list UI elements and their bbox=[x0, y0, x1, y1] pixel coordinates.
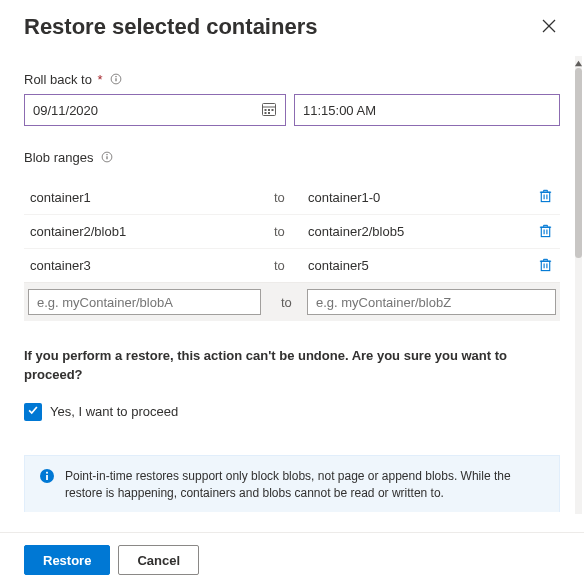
svg-rect-15 bbox=[106, 154, 107, 155]
rollback-time-input[interactable]: 11:15:00 AM bbox=[294, 94, 560, 126]
blob-ranges-list: container1 to container1-0 container2/bl… bbox=[24, 180, 560, 321]
range-to-word: to bbox=[281, 295, 299, 310]
svg-rect-30 bbox=[541, 261, 549, 270]
add-range-target-input[interactable] bbox=[307, 289, 556, 315]
add-range-from-input[interactable] bbox=[28, 289, 261, 315]
svg-rect-12 bbox=[268, 112, 270, 114]
confirm-checkbox[interactable] bbox=[24, 403, 42, 421]
range-target: container2/blob5 bbox=[302, 224, 530, 239]
range-target: container5 bbox=[302, 258, 530, 273]
dialog-title: Restore selected containers bbox=[24, 14, 317, 40]
range-row: container1 to container1-0 bbox=[24, 180, 560, 214]
range-to-word: to bbox=[274, 224, 302, 239]
svg-rect-39 bbox=[46, 472, 48, 474]
info-icon bbox=[39, 468, 55, 503]
info-callout: Point-in-time restores support only bloc… bbox=[24, 455, 560, 512]
svg-rect-9 bbox=[268, 109, 270, 111]
dialog-footer: Restore Cancel bbox=[0, 532, 584, 587]
range-target: container1-0 bbox=[302, 190, 530, 205]
cancel-button[interactable]: Cancel bbox=[118, 545, 199, 575]
trash-icon bbox=[538, 188, 553, 206]
cancel-button-label: Cancel bbox=[137, 553, 180, 568]
svg-rect-8 bbox=[265, 109, 267, 111]
svg-rect-4 bbox=[116, 78, 117, 81]
calendar-icon bbox=[261, 101, 277, 120]
svg-rect-5 bbox=[116, 76, 117, 77]
delete-range-button[interactable] bbox=[530, 223, 560, 241]
restore-button[interactable]: Restore bbox=[24, 545, 110, 575]
range-from: container1 bbox=[24, 190, 274, 205]
delete-range-button[interactable] bbox=[530, 188, 560, 206]
info-icon[interactable] bbox=[101, 151, 113, 166]
trash-icon bbox=[538, 257, 553, 275]
rollback-time-value: 11:15:00 AM bbox=[303, 103, 376, 118]
checkmark-icon bbox=[27, 404, 39, 419]
dialog-body: Roll back to * 09/11/2020 11:15:00 AM Bl… bbox=[0, 52, 584, 512]
info-text: Point-in-time restores support only bloc… bbox=[65, 468, 545, 503]
close-icon bbox=[542, 21, 556, 36]
restore-warning-text: If you perform a restore, this action ca… bbox=[24, 347, 560, 385]
svg-rect-23 bbox=[541, 227, 549, 236]
svg-rect-16 bbox=[541, 192, 549, 201]
confirm-label: Yes, I want to proceed bbox=[50, 404, 178, 419]
restore-panel: { "header": { "title": "Restore selected… bbox=[0, 0, 584, 587]
range-to-word: to bbox=[274, 190, 302, 205]
svg-rect-11 bbox=[265, 112, 267, 114]
rollback-label: Roll back to bbox=[24, 72, 92, 87]
svg-rect-14 bbox=[106, 156, 107, 159]
range-row: container3 to container5 bbox=[24, 248, 560, 282]
range-to-word: to bbox=[274, 258, 302, 273]
restore-button-label: Restore bbox=[43, 553, 91, 568]
scroll-up-icon[interactable] bbox=[574, 56, 583, 65]
info-icon[interactable] bbox=[110, 73, 122, 88]
required-marker: * bbox=[98, 72, 103, 87]
rollback-date-input[interactable]: 09/11/2020 bbox=[24, 94, 286, 126]
range-from: container2/blob1 bbox=[24, 224, 274, 239]
svg-rect-10 bbox=[272, 109, 274, 111]
svg-rect-38 bbox=[46, 475, 48, 480]
delete-range-button[interactable] bbox=[530, 257, 560, 275]
close-button[interactable] bbox=[538, 15, 560, 40]
add-range-row: to bbox=[24, 282, 560, 321]
range-from: container3 bbox=[24, 258, 274, 273]
rollback-date-value: 09/11/2020 bbox=[33, 103, 98, 118]
range-row: container2/blob1 to container2/blob5 bbox=[24, 214, 560, 248]
trash-icon bbox=[538, 223, 553, 241]
scrollbar-thumb[interactable] bbox=[575, 68, 582, 258]
blob-ranges-label: Blob ranges bbox=[24, 150, 93, 165]
svg-marker-2 bbox=[575, 61, 582, 66]
